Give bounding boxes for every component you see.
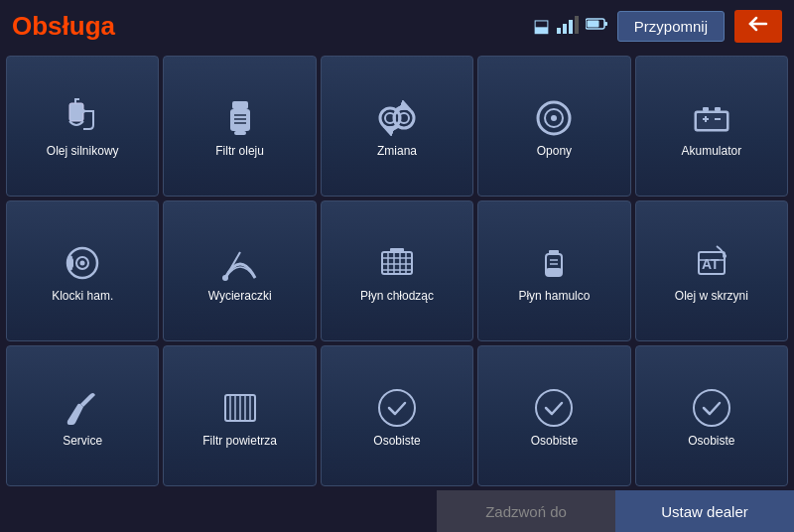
svg-rect-6 [587,21,598,28]
cell-battery-label: Akumulator [681,144,741,158]
svg-rect-8 [69,103,83,121]
cell-brake-fluid-label: Płyn hamulco [518,289,590,303]
cell-service[interactable]: Service [6,345,159,486]
footer: Zadzwoń do Ustaw dealer [0,490,794,532]
cell-transmission-oil[interactable]: AT Olej w skrzyni [635,200,788,341]
cell-personal-2[interactable]: Osobiste [477,345,630,486]
call-button[interactable]: Zadzwoń do [437,490,615,532]
cell-brake-fluid[interactable]: Płyn hamulco [477,200,630,341]
status-icons: ⬓ [533,15,607,37]
svg-rect-0 [557,28,561,34]
cell-tire-rotation-label: Zmiana [377,144,417,158]
cell-personal-3-label: Osobiste [688,434,734,448]
cell-service-label: Service [63,434,102,448]
svg-rect-33 [68,258,73,268]
svg-rect-5 [604,22,607,26]
tires-icon [533,96,575,140]
bluetooth-icon: ⬓ [533,15,550,37]
svg-point-53 [723,254,727,258]
cell-tires-label: Opony [537,144,572,158]
cell-engine-oil[interactable]: Olej silnikowy [6,56,159,197]
grid-row-3: Service Filtr powietrza [6,345,788,486]
cell-air-filter[interactable]: Filtr powietrza [163,345,316,486]
personal-2-icon [535,386,573,430]
header: Obsługa ⬓ Przypomnij [0,0,794,52]
cell-brake-pads-label: Klocki ham. [52,289,113,303]
remind-button[interactable]: Przypomnij [617,11,725,42]
page-title: Obsługa [12,11,523,42]
brake-pads-icon [62,241,103,285]
brake-fluid-icon [533,241,575,285]
svg-point-22 [551,115,557,121]
cell-coolant[interactable]: Płyn chłodząc [321,200,473,341]
oil-filter-icon [219,96,261,140]
svg-rect-46 [549,250,559,255]
signal-icon [556,16,580,37]
battery-cell-icon [691,96,732,140]
svg-rect-25 [703,107,709,111]
cell-personal-1-label: Osobiste [373,434,420,448]
personal-1-icon [378,386,416,430]
svg-rect-1 [563,24,567,34]
dealer-button[interactable]: Ustaw dealer [615,490,794,532]
cell-personal-3[interactable]: Osobiste [635,345,788,486]
svg-rect-3 [575,16,579,34]
cell-wipers[interactable]: Wycieraczki [163,200,316,341]
service-icon [62,386,103,430]
cell-air-filter-label: Filtr powietrza [202,434,277,448]
tire-rotation-icon [376,96,418,140]
footer-spacer [0,490,437,532]
cell-wipers-label: Wycieraczki [208,289,272,303]
cell-tire-rotation[interactable]: Zmiana [321,56,473,197]
grid-row-1: Olej silnikowy Filtr oleju [6,56,788,197]
engine-oil-icon [62,96,103,140]
svg-rect-24 [697,113,727,129]
svg-rect-11 [230,109,250,131]
back-button[interactable] [734,10,782,43]
cell-oil-filter-label: Filtr oleju [215,144,264,158]
cell-coolant-label: Płyn chłodząc [360,289,434,303]
cell-oil-filter[interactable]: Filtr oleju [163,56,316,197]
cell-personal-2-label: Osobiste [531,434,578,448]
coolant-icon [376,241,418,285]
svg-point-9 [81,109,85,113]
cell-engine-oil-label: Olej silnikowy [47,144,119,158]
personal-3-icon [693,386,730,430]
air-filter-icon [219,386,261,430]
svg-rect-47 [546,268,562,276]
transmission-oil-icon: AT [691,241,732,285]
battery-icon [586,17,607,35]
svg-rect-44 [390,248,404,252]
cell-battery[interactable]: Akumulator [635,56,788,197]
svg-point-32 [80,260,85,265]
svg-rect-10 [232,101,248,109]
svg-rect-2 [569,20,573,34]
svg-text:AT: AT [702,256,720,272]
cell-brake-pads[interactable]: Klocki ham. [6,200,159,341]
cell-personal-1[interactable]: Osobiste [321,345,473,486]
svg-point-18 [394,108,414,128]
grid-row-2: Klocki ham. Wycieraczki [6,200,788,341]
wipers-icon [219,241,261,285]
service-grid: Olej silnikowy Filtr oleju [0,52,794,490]
svg-rect-12 [234,131,246,135]
svg-rect-26 [715,107,721,111]
cell-transmission-oil-label: Olej w skrzyni [675,289,748,303]
cell-tires[interactable]: Opony [477,56,630,197]
